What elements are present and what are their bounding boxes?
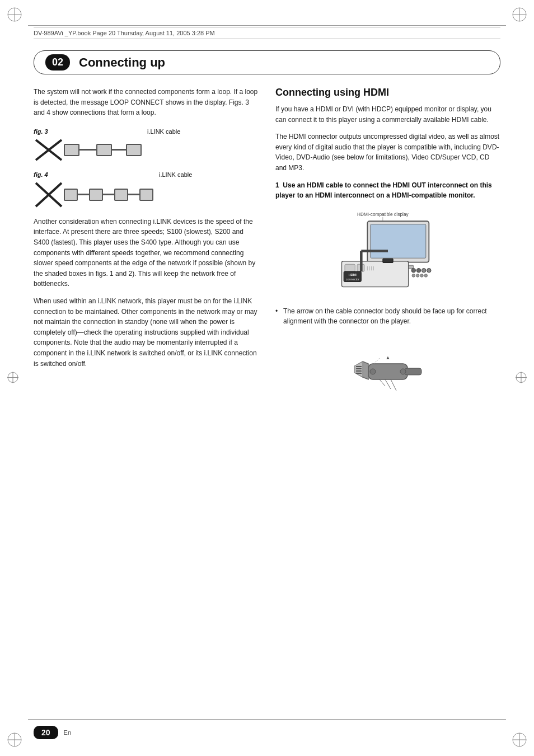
right-body-text-1: The HDMI connector outputs uncompressed … xyxy=(275,132,500,173)
svg-point-42 xyxy=(412,274,415,277)
doc-info-bar: DV-989AVi _YP.book Page 20 Thursday, Aug… xyxy=(34,27,500,39)
bottom-rule xyxy=(28,719,506,720)
svg-text:HDMI: HDMI xyxy=(349,273,357,276)
step-text: Use an HDMI cable to connect the HDMI OU… xyxy=(275,181,492,200)
left-column: The system will not work if the connecte… xyxy=(34,87,259,700)
right-intro-text: If you have a HDMI or DVI (with HDCP) eq… xyxy=(275,104,500,125)
figure-3-cable-label: i.LINK cable xyxy=(147,128,180,135)
svg-point-44 xyxy=(420,274,424,277)
content-area: The system will not work if the connecte… xyxy=(34,87,500,700)
figure-3-area: fig. 3 xyxy=(34,127,180,162)
figure-4-row: fig. 4 xyxy=(34,170,259,209)
svg-rect-54 xyxy=(356,368,362,369)
registration-mark-middle-right xyxy=(515,371,527,385)
figure-4-diagram: fig. 4 xyxy=(34,170,153,209)
loop-warning-text: The system will not work if the connecte… xyxy=(34,87,259,118)
svg-point-57 xyxy=(370,369,376,374)
registration-mark-top-left xyxy=(7,7,22,24)
svg-text:connector: connector xyxy=(346,277,359,280)
chapter-number: 02 xyxy=(45,54,70,71)
figure-3-x-mark xyxy=(34,138,64,162)
figure-4-cable-label: i.LINK cable xyxy=(159,171,192,178)
left-body-text-2: When used within an i.LINK network, this… xyxy=(34,296,259,369)
figure-3-diagram: fig. 3 xyxy=(34,127,142,162)
hdmi-diagram: HDMI-compatible display xyxy=(275,209,500,298)
svg-line-60 xyxy=(374,358,380,364)
figure-3-label: fig. 3 xyxy=(34,128,48,135)
svg-line-61 xyxy=(380,379,385,386)
svg-rect-29 xyxy=(345,264,355,271)
step-number: 1 xyxy=(275,181,279,189)
svg-point-45 xyxy=(424,274,428,277)
registration-mark-middle-left xyxy=(7,371,19,385)
svg-line-62 xyxy=(385,379,391,389)
chapter-header: 02 Connecting up xyxy=(34,50,500,74)
svg-point-58 xyxy=(400,369,406,374)
doc-info-text: DV-989AVi _YP.book Page 20 Thursday, Aug… xyxy=(34,30,215,36)
svg-text:▲: ▲ xyxy=(386,355,391,360)
svg-rect-53 xyxy=(356,366,362,367)
svg-rect-25 xyxy=(371,224,426,259)
section-title: Connecting using HDMI xyxy=(275,87,500,98)
step-instruction: 1 Use an HDMI cable to connect the HDMI … xyxy=(275,180,500,201)
hdmi-connector-svg: ▲ xyxy=(352,336,424,397)
page-footer: 20 En xyxy=(34,726,500,739)
top-rule xyxy=(28,25,506,26)
svg-rect-56 xyxy=(356,373,362,374)
chapter-title: Connecting up xyxy=(79,55,165,70)
right-column: Connecting using HDMI If you have a HDMI… xyxy=(275,87,500,700)
figure-4-x-mark xyxy=(34,181,64,209)
svg-rect-55 xyxy=(356,370,362,372)
registration-mark-bottom-right xyxy=(512,732,527,749)
figure-4-label: fig. 4 xyxy=(34,171,48,178)
left-body-text-1: Another consideration when connecting i.… xyxy=(34,217,259,289)
svg-point-39 xyxy=(416,268,420,272)
svg-rect-48 xyxy=(383,259,393,262)
bullet-note: The arrow on the cable connector body sh… xyxy=(275,306,500,327)
svg-point-38 xyxy=(411,268,415,272)
svg-rect-50 xyxy=(405,368,421,375)
page-language: En xyxy=(64,729,71,736)
page-number: 20 xyxy=(34,726,58,739)
svg-line-63 xyxy=(391,379,396,391)
figure-4-area: fig. 4 xyxy=(34,170,192,209)
svg-point-40 xyxy=(422,268,426,272)
svg-point-43 xyxy=(416,274,419,277)
svg-text:HDMI-compatible display: HDMI-compatible display xyxy=(357,212,409,217)
registration-mark-bottom-left xyxy=(7,732,22,749)
figure-3-row: fig. 3 xyxy=(34,127,259,162)
hdmi-diagram-svg: HDMI-compatible display xyxy=(326,209,449,298)
svg-point-41 xyxy=(427,268,431,272)
registration-mark-top-right xyxy=(512,7,527,24)
hdmi-connector-illustration: ▲ xyxy=(275,336,500,397)
